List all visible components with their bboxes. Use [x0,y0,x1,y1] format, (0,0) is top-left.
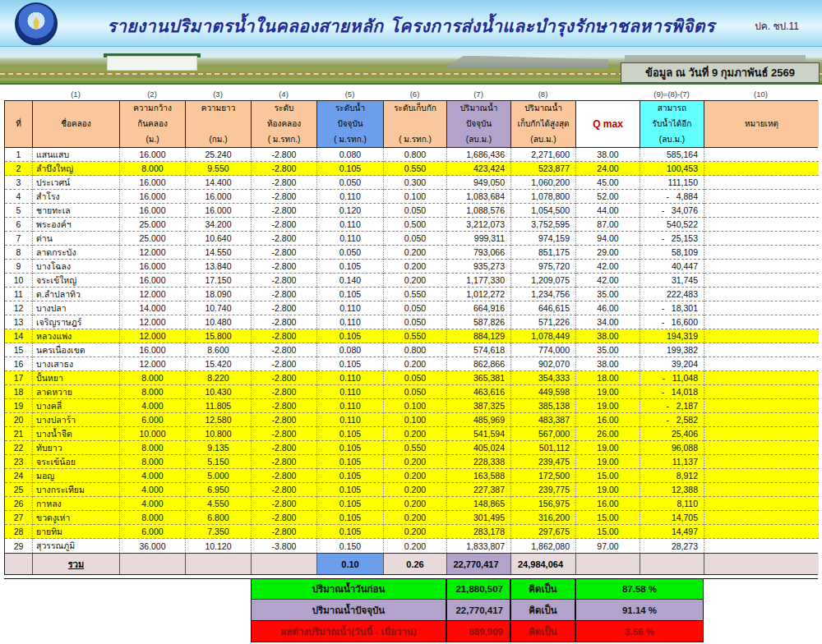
canal-length: 6.800 [186,511,252,525]
summary-label: ปริมาณน้ำปัจจุบัน [251,600,446,621]
warehouse-building [107,56,197,71]
max-storage-volume: 1,054,500 [511,204,576,218]
canal-name: ปั้นหยา [33,371,120,385]
bed-level: -2.800 [252,357,317,371]
current-volume: 283,178 [447,525,511,539]
max-storage-volume: 1,078,449 [511,329,576,343]
bed-width: 25.000 [120,218,186,232]
max-storage-volume: 974,159 [511,232,576,246]
remaining-capacity: 100,453 [640,162,704,176]
retention-level: 0.050 [384,315,447,329]
row-number: 12 [5,301,33,315]
canal-name: กาหลง [33,497,120,511]
retention-level: 0.800 [384,148,447,162]
qmax-value: 52.00 [576,190,640,204]
remark [704,329,819,343]
remark [704,357,819,371]
bed-width: 16.000 [120,204,186,218]
row-number: 13 [5,315,33,329]
column-header-row: ที่ชื่อคลองความกว้างก้นคลอง(ม.)ความยาว(ก… [4,100,818,148]
remark [704,232,819,246]
qmax-value: 18.00 [576,371,640,385]
canal-name: สำโรง [33,190,120,204]
table-row: 16บางเสาธง12.00015.420-2.8000.1050.20086… [5,357,817,371]
canal-name: ด่าน [33,232,120,246]
row-number: 7 [5,232,33,246]
column-number: (9)=(8)-(7) [640,88,704,100]
bed-width: 8.000 [120,455,186,469]
remaining-capacity: 199,382 [640,343,704,357]
column-header: สามารถรับน้ำได้อีก(ลบ.ม.) [640,101,704,147]
retention-level: 0.200 [384,483,447,497]
total-retention-level: 0.26 [384,554,447,574]
table-row: 2ลำบึงใหญ่8.0009.550-2.8000.1050.550423,… [5,162,817,176]
current-volume: 793,066 [447,246,511,260]
canal-length: 11.805 [186,399,252,413]
max-storage-volume: 523,877 [511,162,576,176]
column-number: (5) [316,88,383,100]
canal-length: 15.800 [186,329,252,343]
remaining-capacity: - 25,153 [640,232,704,246]
bed-width: 6.000 [120,413,186,427]
remaining-capacity: 31,745 [640,274,704,288]
canal-length: 16.000 [186,190,252,204]
table-row: 5ชายทะเล16.00016.000-2.8000.1200.0501,08… [5,204,817,218]
current-volume: 949,050 [447,176,511,190]
summary-spacer [4,578,251,600]
retention-level: 0.200 [384,469,447,483]
summary-tail [704,578,818,600]
row-number: 15 [5,343,33,357]
table-row: 6พระองค์ฯ25.00034.200-2.8000.1100.5003,2… [5,218,817,232]
qmax-value: 19.00 [576,455,640,469]
bed-level: -2.800 [252,148,317,162]
retention-level: 0.200 [384,511,447,525]
column-header: ปริมาณน้ำเก็บกักได้สูงสุด(ลบ.ม.) [511,101,576,147]
current-volume: 228,338 [447,455,511,469]
bed-width: 25.000 [120,232,186,246]
remaining-capacity: - 34,076 [640,204,704,218]
column-header: ชื่อคลอง [33,101,120,147]
bed-level: -2.800 [252,371,317,385]
remark [704,483,819,497]
canal-name: ขวดงูเห่า [33,511,120,525]
table-row: 12บางปลา14.00010.740-2.8000.1100.050664,… [5,301,817,315]
bed-level: -2.800 [252,218,317,232]
remaining-capacity: - 11,048 [640,371,704,385]
retention-level: 0.200 [384,357,447,371]
qmax-value: 16.00 [576,413,640,427]
canal-name: บางปลาร้า [33,413,120,427]
canal-name: ลำบึงใหญ่ [33,162,120,176]
bed-level: -2.800 [252,511,317,525]
column-number [575,88,640,100]
row-number: 24 [5,469,33,483]
remaining-capacity: 540,522 [640,218,704,232]
table-row: 14หลวงแพ่ง12.00015.800-2.8000.1050.55088… [5,329,817,343]
table-row: 9บางโฉลง16.00013.840-2.8000.1050.200935,… [5,260,817,274]
summary-mid-label: คิดเป็น [510,578,575,600]
current-volume: 3,212,073 [447,218,511,232]
canal-length: 34.200 [186,218,252,232]
row-number: 26 [5,497,33,511]
remark [704,385,819,399]
qmax-value: 46.00 [576,301,640,315]
bed-level: -2.800 [252,274,317,288]
table-row: 8ลาดกระบัง12.00014.550-2.8000.0500.20079… [5,246,817,260]
summary-value: 22,770,417 [446,600,510,621]
canal-name: เจริญราษฎร์ [33,315,120,329]
current-volume: 423,424 [447,162,511,176]
summary-percent: 87.58 % [575,578,704,600]
canal-name: ด.ลำปลาทิว [33,288,120,301]
current-volume: 163,588 [447,469,511,483]
table-row: 10จระเข้ใหญ่16.00017.150-2.8000.1400.200… [5,274,817,288]
table-row: 7ด่าน25.00010.640-2.8000.1100.050999,311… [5,232,817,246]
concrete-structure [444,56,608,70]
report-title: รายงานปริมาตรน้ำในคลองสายหลัก โครงการส่ง… [0,12,822,39]
remark [704,246,819,260]
current-volume: 148,865 [447,497,511,511]
remark [704,288,819,301]
current-volume: 405,024 [447,441,511,455]
summary-row: ผลต่างปริมาณน้ำ(วันนี้ - เมื่อวาน)889,90… [4,621,818,642]
remaining-capacity: - 4,884 [640,190,704,204]
remaining-capacity: 8,110 [640,497,704,511]
column-header: หมายเหตุ [704,101,819,147]
